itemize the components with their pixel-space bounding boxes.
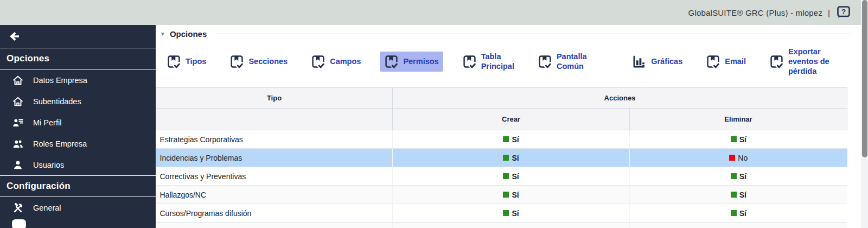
scrollbar-thumb[interactable] xyxy=(862,0,867,157)
people-icon xyxy=(12,138,24,150)
cell-crear: Sí xyxy=(393,130,630,149)
back-arrow-icon xyxy=(8,30,21,43)
bookmark-check-icon xyxy=(384,54,399,69)
cell-crear: Sí xyxy=(393,204,630,223)
sidebar: Opciones Datos Empresa Subentidades Mi P… xyxy=(0,25,156,228)
sidebar-section-opciones: Opciones xyxy=(0,48,156,69)
status-square-icon xyxy=(503,173,509,179)
sidebar-item-usuarios[interactable]: Usuarios xyxy=(0,154,156,175)
sidebar-item-datos-empresa[interactable]: Datos Empresa xyxy=(0,69,156,91)
sidebar-item-label: Mi Perfil xyxy=(33,118,61,127)
tab-label: Tabla Principal xyxy=(481,52,514,71)
tab-label: Gráficas xyxy=(651,56,682,66)
home-icon xyxy=(12,74,24,86)
sidebar-section-configuracion: Configuración xyxy=(0,176,156,197)
tab-email[interactable]: Email xyxy=(701,52,750,72)
column-header-acciones: Acciones xyxy=(393,88,847,109)
bookmark-check-icon xyxy=(769,54,784,69)
status-square-icon xyxy=(503,155,509,161)
tab-permisos[interactable]: Permisos xyxy=(380,52,443,72)
collapse-triangle-icon[interactable]: ▼ xyxy=(160,31,165,37)
sidebar-item-mi-perfil[interactable]: Mi Perfil xyxy=(0,112,156,133)
tab-label: Campos xyxy=(330,56,361,66)
bookmark-check-icon xyxy=(229,54,244,69)
tab-secciones[interactable]: Secciones xyxy=(225,52,292,72)
topbar: GlobalSUITE® GRC (Plus) - mlopez | xyxy=(0,0,868,25)
cell-eliminar: Sí xyxy=(630,186,847,204)
bar-chart-icon xyxy=(632,54,647,69)
eliminar-flag: Sí xyxy=(731,209,746,218)
column-header-eliminar: Eliminar xyxy=(630,109,847,130)
tab-tipos[interactable]: Tipos xyxy=(162,52,210,72)
tab-exportar-eventos[interactable]: Exportar eventos de pérdida xyxy=(765,44,853,79)
status-square-icon xyxy=(503,136,509,142)
bookmark-check-icon xyxy=(538,54,552,69)
status-square-icon xyxy=(731,136,737,142)
status-square-icon xyxy=(503,210,509,216)
cell-tipo: Gestión de Vulnerabilidades xyxy=(156,223,393,228)
status-square-icon xyxy=(731,210,737,216)
cell-crear: Sí xyxy=(393,149,630,167)
sidebar-item-label: Roles Empresa xyxy=(33,140,87,148)
sidebar-item-partial-icon xyxy=(12,219,26,228)
tab-campos[interactable]: Campos xyxy=(307,52,365,72)
crear-flag: Sí xyxy=(503,191,519,199)
tab-bar: Tipos Secciones Campos Permisos Tabla Pr… xyxy=(156,39,859,84)
cell-eliminar: Sí xyxy=(630,130,847,149)
tab-label: Tipos xyxy=(186,56,206,66)
bookmark-check-icon xyxy=(311,54,326,69)
bookmark-check-icon xyxy=(706,54,720,69)
tab-pantalla-comun[interactable]: Pantalla Común xyxy=(533,49,592,74)
table-row[interactable]: Incidencias y Problemas Sí No xyxy=(156,149,847,167)
cell-tipo: Estrategias Corporativas xyxy=(156,130,393,149)
tab-tabla-principal[interactable]: Tabla Principal xyxy=(458,49,519,74)
tab-label: Pantalla Común xyxy=(557,52,588,71)
cell-crear: Sí xyxy=(393,186,630,204)
eliminar-flag: Sí xyxy=(731,191,746,199)
sidebar-item-label: Datos Empresa xyxy=(33,76,87,85)
sidebar-collapse-button[interactable] xyxy=(0,25,156,48)
table-row[interactable]: Hallazgos/NC Sí Sí xyxy=(156,186,847,204)
eliminar-flag: No xyxy=(729,154,748,162)
tab-label: Secciones xyxy=(248,56,288,66)
tab-label: Exportar eventos de pérdida xyxy=(788,47,849,76)
permissions-table: Tipo Acciones Crear Eliminar Estrategias… xyxy=(156,87,847,228)
sidebar-item-label: Usuarios xyxy=(33,161,64,169)
table-row[interactable]: Cursos/Programas difusión Sí Sí xyxy=(156,204,847,223)
cell-eliminar: No xyxy=(630,149,847,167)
app-title: GlobalSUITE® GRC (Plus) - mlopez xyxy=(688,8,823,17)
home-icon xyxy=(12,96,24,107)
sidebar-item-roles-empresa[interactable]: Roles Empresa xyxy=(0,133,156,154)
cell-tipo: Correctivas y Preventivas xyxy=(156,167,393,186)
status-square-icon xyxy=(503,192,509,198)
cell-tipo: Incidencias y Problemas xyxy=(156,149,393,167)
fieldset-legend-line xyxy=(214,34,851,34)
cell-crear: Sí xyxy=(393,167,630,186)
column-header-crear: Crear xyxy=(393,109,630,130)
status-square-icon xyxy=(731,173,737,179)
topbar-divider: | xyxy=(828,8,830,17)
person-icon xyxy=(12,159,24,171)
tab-label: Permisos xyxy=(403,56,438,66)
cell-tipo: Cursos/Programas difusión xyxy=(156,204,393,223)
help-icon[interactable] xyxy=(835,5,852,20)
main-panel: ▼ Opciones Tipos Secciones Campos Permis… xyxy=(156,25,859,228)
bookmark-check-icon xyxy=(462,54,477,69)
table-row[interactable]: Correctivas y Preventivas Sí Sí xyxy=(156,167,847,186)
fieldset-legend: ▼ Opciones xyxy=(156,25,859,39)
vertical-scrollbar[interactable] xyxy=(861,0,868,228)
column-header-tipo: Tipo xyxy=(156,88,393,109)
table-row[interactable]: Gestión de Vulnerabilidades Sí Sí xyxy=(156,223,847,228)
crear-flag: Sí xyxy=(503,154,519,162)
eliminar-flag: Sí xyxy=(731,135,746,144)
status-square-icon xyxy=(731,192,737,198)
cell-crear: Sí xyxy=(393,223,630,228)
sidebar-item-general[interactable]: General xyxy=(0,197,156,218)
crear-flag: Sí xyxy=(503,172,519,181)
column-header-empty xyxy=(156,109,393,130)
table-row[interactable]: Estrategias Corporativas Sí Sí xyxy=(156,130,847,149)
tab-graficas[interactable]: Gráficas xyxy=(628,52,687,72)
cell-eliminar: Sí xyxy=(630,204,847,223)
crear-flag: Sí xyxy=(503,209,519,218)
sidebar-item-subentidades[interactable]: Subentidades xyxy=(0,91,156,112)
